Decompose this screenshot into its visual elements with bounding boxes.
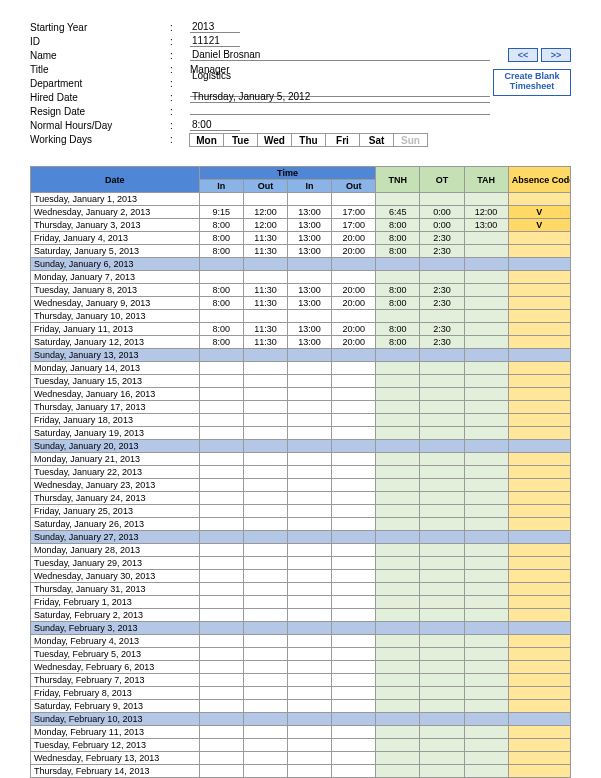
date-cell[interactable]: Wednesday, January 30, 2013: [31, 570, 200, 583]
value-hours[interactable]: 8:00: [190, 119, 240, 131]
table-row: Thursday, January 31, 2013: [31, 583, 571, 596]
table-row: Sunday, January 6, 2013: [31, 258, 571, 271]
date-cell[interactable]: Tuesday, January 8, 2013: [31, 284, 200, 297]
date-cell[interactable]: Thursday, February 7, 2013: [31, 674, 200, 687]
table-row: Friday, January 18, 2013: [31, 414, 571, 427]
label-id: ID: [30, 36, 170, 47]
date-cell[interactable]: Friday, January 4, 2013: [31, 232, 200, 245]
table-row: Friday, January 4, 20138:0011:3013:0020:…: [31, 232, 571, 245]
date-cell[interactable]: Friday, January 25, 2013: [31, 505, 200, 518]
date-cell[interactable]: Monday, January 21, 2013: [31, 453, 200, 466]
day-tue[interactable]: Tue: [223, 133, 258, 147]
th-in2: In: [287, 180, 331, 193]
date-cell[interactable]: Saturday, January 12, 2013: [31, 336, 200, 349]
table-row: Tuesday, January 15, 2013: [31, 375, 571, 388]
table-row: Monday, February 11, 2013: [31, 726, 571, 739]
th-out2: Out: [332, 180, 376, 193]
day-thu[interactable]: Thu: [291, 133, 326, 147]
table-row: Tuesday, January 29, 2013: [31, 557, 571, 570]
table-row: Saturday, January 19, 2013: [31, 427, 571, 440]
date-cell[interactable]: Saturday, February 2, 2013: [31, 609, 200, 622]
date-cell[interactable]: Friday, January 11, 2013: [31, 323, 200, 336]
date-cell[interactable]: Monday, February 4, 2013: [31, 635, 200, 648]
date-cell[interactable]: Thursday, January 3, 2013: [31, 219, 200, 232]
date-cell[interactable]: Friday, February 1, 2013: [31, 596, 200, 609]
date-cell[interactable]: Tuesday, January 29, 2013: [31, 557, 200, 570]
day-mon[interactable]: Mon: [189, 133, 224, 147]
date-cell[interactable]: Monday, January 28, 2013: [31, 544, 200, 557]
table-row: Friday, February 1, 2013: [31, 596, 571, 609]
date-cell[interactable]: Wednesday, February 13, 2013: [31, 752, 200, 765]
value-starting-year[interactable]: 2013: [190, 21, 240, 33]
table-row: Sunday, January 13, 2013: [31, 349, 571, 362]
table-row: Sunday, January 27, 2013: [31, 531, 571, 544]
date-cell[interactable]: Friday, January 18, 2013: [31, 414, 200, 427]
date-cell[interactable]: Saturday, January 26, 2013: [31, 518, 200, 531]
value-hired[interactable]: Thursday, January 5, 2012: [190, 91, 490, 103]
th-date: Date: [31, 167, 200, 193]
table-row: Friday, January 25, 2013: [31, 505, 571, 518]
label-resign: Resign Date: [30, 106, 170, 117]
date-cell[interactable]: Monday, February 11, 2013: [31, 726, 200, 739]
date-cell[interactable]: Wednesday, January 23, 2013: [31, 479, 200, 492]
day-fri[interactable]: Fri: [325, 133, 360, 147]
value-id[interactable]: 11121: [190, 35, 240, 47]
date-cell[interactable]: Monday, January 14, 2013: [31, 362, 200, 375]
date-cell[interactable]: Saturday, January 5, 2013: [31, 245, 200, 258]
date-cell[interactable]: Thursday, January 31, 2013: [31, 583, 200, 596]
table-row: Wednesday, February 6, 2013: [31, 661, 571, 674]
date-cell[interactable]: Saturday, February 9, 2013: [31, 700, 200, 713]
day-sun[interactable]: Sun: [393, 133, 428, 147]
value-resign[interactable]: [190, 114, 490, 115]
date-cell[interactable]: Sunday, January 6, 2013: [31, 258, 200, 271]
prev-button[interactable]: <<: [508, 48, 538, 62]
date-cell[interactable]: Sunday, February 10, 2013: [31, 713, 200, 726]
day-sat[interactable]: Sat: [359, 133, 394, 147]
date-cell[interactable]: Tuesday, January 1, 2013: [31, 193, 200, 206]
date-cell[interactable]: Tuesday, January 15, 2013: [31, 375, 200, 388]
date-cell[interactable]: Sunday, January 27, 2013: [31, 531, 200, 544]
date-cell[interactable]: Thursday, January 24, 2013: [31, 492, 200, 505]
date-cell[interactable]: Thursday, January 17, 2013: [31, 401, 200, 414]
date-cell[interactable]: Tuesday, February 5, 2013: [31, 648, 200, 661]
table-row: Thursday, February 14, 2013: [31, 765, 571, 778]
table-row: Wednesday, January 2, 20139:1512:0013:00…: [31, 206, 571, 219]
create-blank-timesheet-button[interactable]: Create Blank Timesheet: [493, 69, 571, 96]
th-ot: OT: [420, 167, 464, 193]
table-row: Monday, January 21, 2013: [31, 453, 571, 466]
label-starting-year: Starting Year: [30, 22, 170, 33]
th-absence: Absence Code: [508, 167, 570, 193]
info-block: Starting Year : 2013 ID : 11121 Name : D…: [30, 20, 571, 146]
date-cell[interactable]: Saturday, January 19, 2013: [31, 427, 200, 440]
date-cell[interactable]: Friday, February 8, 2013: [31, 687, 200, 700]
table-row: Sunday, January 20, 2013: [31, 440, 571, 453]
day-wed[interactable]: Wed: [257, 133, 292, 147]
label-department: Department: [30, 78, 170, 89]
next-button[interactable]: >>: [541, 48, 571, 62]
timesheet-table: Date Time TNH OT TAH Absence Code In Out…: [30, 166, 571, 778]
date-cell[interactable]: Sunday, January 13, 2013: [31, 349, 200, 362]
date-cell[interactable]: Wednesday, January 2, 2013: [31, 206, 200, 219]
label-title: Title: [30, 64, 170, 75]
table-row: Thursday, January 3, 20138:0012:0013:001…: [31, 219, 571, 232]
date-cell[interactable]: Sunday, January 20, 2013: [31, 440, 200, 453]
date-cell[interactable]: Thursday, January 10, 2013: [31, 310, 200, 323]
label-hours: Normal Hours/Day: [30, 120, 170, 131]
date-cell[interactable]: Wednesday, January 9, 2013: [31, 297, 200, 310]
table-row: Friday, January 11, 20138:0011:3013:0020…: [31, 323, 571, 336]
table-row: Thursday, January 10, 2013: [31, 310, 571, 323]
value-name[interactable]: Daniel Brosnan: [190, 49, 490, 61]
date-cell[interactable]: Thursday, February 14, 2013: [31, 765, 200, 778]
table-row: Saturday, January 12, 20138:0011:3013:00…: [31, 336, 571, 349]
table-row: Wednesday, January 16, 2013: [31, 388, 571, 401]
table-row: Saturday, February 9, 2013: [31, 700, 571, 713]
date-cell[interactable]: Tuesday, January 22, 2013: [31, 466, 200, 479]
date-cell[interactable]: Wednesday, January 16, 2013: [31, 388, 200, 401]
table-row: Thursday, January 17, 2013: [31, 401, 571, 414]
date-cell[interactable]: Tuesday, February 12, 2013: [31, 739, 200, 752]
date-cell[interactable]: Monday, January 7, 2013: [31, 271, 200, 284]
date-cell[interactable]: Wednesday, February 6, 2013: [31, 661, 200, 674]
date-cell[interactable]: Sunday, February 3, 2013: [31, 622, 200, 635]
th-tah: TAH: [464, 167, 508, 193]
th-tnh: TNH: [376, 167, 420, 193]
